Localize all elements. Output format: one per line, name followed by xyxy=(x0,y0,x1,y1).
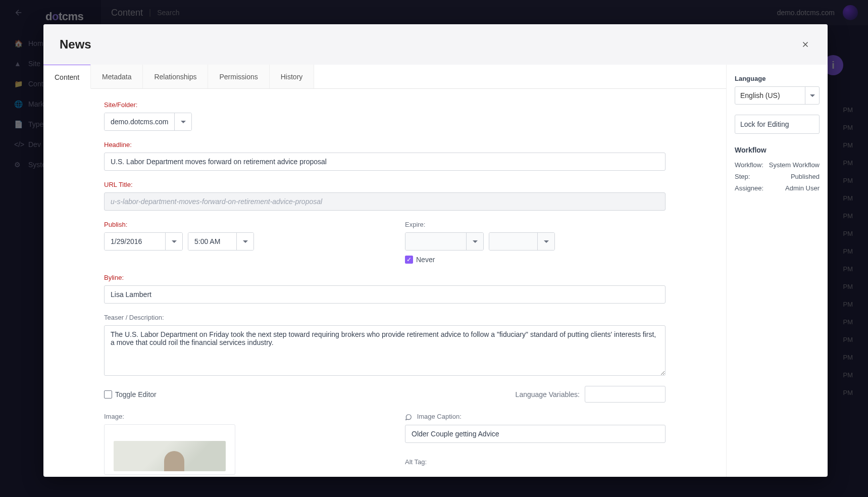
tab-content[interactable]: Content xyxy=(43,65,91,89)
publish-time-value: 5:00 AM xyxy=(188,233,236,250)
content-edit-modal: News Content Metadata Relationships Perm… xyxy=(43,24,828,477)
urltitle-input[interactable] xyxy=(104,192,666,211)
image-caption-label: Image Caption: xyxy=(405,413,666,421)
toggle-editor-checkbox[interactable] xyxy=(104,390,112,399)
chevron-down-icon xyxy=(236,233,253,250)
chevron-down-icon xyxy=(466,233,483,250)
workflow-row: Workflow:System Workflow xyxy=(735,159,820,171)
publish-date-value: 1/29/2016 xyxy=(105,233,165,250)
tabs: Content Metadata Relationships Permissio… xyxy=(43,65,726,89)
toggle-editor-label: Toggle Editor xyxy=(115,390,157,399)
close-button[interactable] xyxy=(799,38,811,51)
modal-sidebar: Language English (US) Lock for Editing W… xyxy=(727,65,828,477)
image-label: Image: xyxy=(104,413,365,420)
publish-label: Publish: xyxy=(104,221,365,228)
language-select[interactable]: English (US) xyxy=(735,86,820,105)
lang-var-input[interactable] xyxy=(585,386,666,403)
tab-permissions[interactable]: Permissions xyxy=(208,65,269,88)
chevron-down-icon xyxy=(165,233,182,250)
teaser-label: Teaser / Description: xyxy=(104,314,666,321)
image-thumbnail[interactable] xyxy=(104,424,235,475)
site-folder-label: Site/Folder: xyxy=(104,101,666,109)
byline-input[interactable] xyxy=(104,285,666,304)
workflow-row: Assignee:Admin User xyxy=(735,182,820,194)
language-label: Language xyxy=(735,75,820,82)
urltitle-label: URL Title: xyxy=(104,181,666,188)
chevron-down-icon xyxy=(805,87,819,104)
workflow-row: Step:Published xyxy=(735,171,820,182)
workflow-title: Workflow xyxy=(735,146,820,154)
modal-main: Content Metadata Relationships Permissio… xyxy=(43,65,727,477)
expire-date-value xyxy=(405,233,466,250)
publish-date-select[interactable]: 1/29/2016 xyxy=(104,232,183,251)
language-value: English (US) xyxy=(735,87,805,104)
expire-label: Expire: xyxy=(405,221,666,228)
tab-metadata[interactable]: Metadata xyxy=(91,65,143,88)
expire-time-select[interactable] xyxy=(489,232,555,251)
teaser-textarea[interactable] xyxy=(104,325,666,376)
headline-input[interactable] xyxy=(104,153,666,171)
byline-label: Byline: xyxy=(104,274,666,281)
expire-never-checkbox[interactable]: ✓ xyxy=(405,256,413,264)
expire-date-select[interactable] xyxy=(405,232,484,251)
lang-var-label: Language Variables: xyxy=(516,390,580,399)
lock-editing-button[interactable]: Lock for Editing xyxy=(735,115,820,134)
alt-tag-label: Alt Tag: xyxy=(405,458,666,466)
publish-time-select[interactable]: 5:00 AM xyxy=(188,232,254,251)
site-folder-value: demo.dotcms.com xyxy=(105,113,174,130)
modal-title: News xyxy=(60,37,91,52)
expire-never-label: Never xyxy=(416,256,435,264)
tab-history[interactable]: History xyxy=(270,65,315,88)
close-icon xyxy=(801,40,810,49)
modal-header: News xyxy=(43,24,828,65)
chat-icon xyxy=(405,414,412,421)
site-folder-select[interactable]: demo.dotcms.com xyxy=(104,113,192,131)
chevron-down-icon xyxy=(174,113,191,130)
image-caption-input[interactable] xyxy=(405,425,666,443)
expire-time-value xyxy=(489,233,537,250)
headline-label: Headline: xyxy=(104,141,666,148)
chevron-down-icon xyxy=(537,233,554,250)
tab-relationships[interactable]: Relationships xyxy=(143,65,208,88)
